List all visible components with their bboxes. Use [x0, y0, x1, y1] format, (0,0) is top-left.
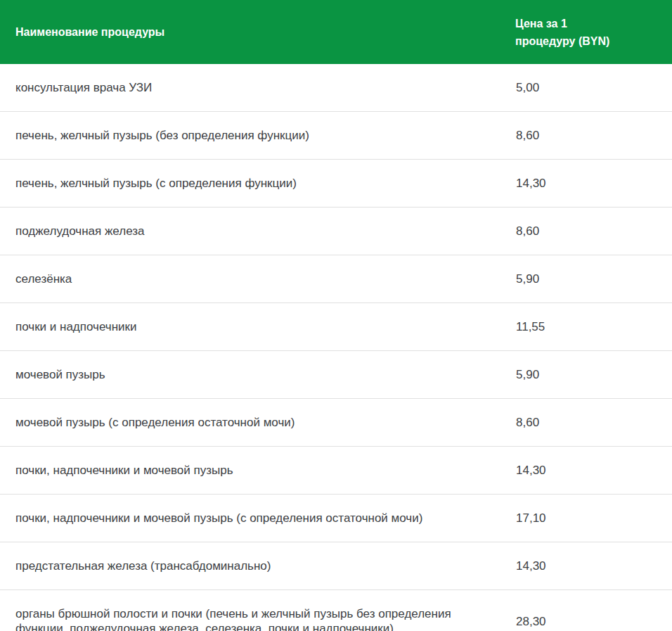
column-header-procedure-name: Наименование процедуры [0, 0, 515, 64]
procedure-name-cell: мочевой пузырь [0, 351, 515, 399]
table-header: Наименование процедуры Цена за 1 процеду… [0, 0, 672, 64]
procedure-name-cell: поджелудочная железа [0, 208, 515, 255]
table-row: мочевой пузырь (с определения остаточной… [0, 399, 672, 447]
procedure-name-cell: печень, желчный пузырь (без определения … [0, 112, 515, 160]
table-row: селезёнка5,90 [0, 255, 672, 303]
price-cell: 8,60 [515, 399, 672, 447]
price-cell: 5,90 [515, 351, 672, 399]
table-body: консультация врача УЗИ5,00печень, желчны… [0, 64, 672, 631]
procedure-name-cell: органы брюшной полости и почки (печень и… [0, 590, 515, 631]
table-row: консультация врача УЗИ5,00 [0, 64, 672, 112]
procedure-name-cell: печень, желчный пузырь (с определения фу… [0, 160, 515, 208]
column-header-price: Цена за 1 процедуру (BYN) [515, 0, 672, 64]
table-row: почки, надпочечники и мочевой пузырь (с … [0, 495, 672, 542]
procedure-name-cell: почки и надпочечники [0, 303, 515, 351]
procedure-name-cell: почки, надпочечники и мочевой пузырь (с … [0, 495, 515, 542]
table-row: печень, желчный пузырь (с определения фу… [0, 160, 672, 208]
procedure-name-cell: консультация врача УЗИ [0, 64, 515, 112]
table-row: предстательная железа (трансабдоминально… [0, 542, 672, 590]
price-cell: 28,30 [515, 590, 672, 631]
table-row: органы брюшной полости и почки (печень и… [0, 590, 672, 631]
table-row: мочевой пузырь5,90 [0, 351, 672, 399]
price-cell: 11,55 [515, 303, 672, 351]
table-header-row: Наименование процедуры Цена за 1 процеду… [0, 0, 672, 64]
table-row: почки и надпочечники11,55 [0, 303, 672, 351]
price-cell: 14,30 [515, 447, 672, 495]
procedure-name-cell: почки, надпочечники и мочевой пузырь [0, 447, 515, 495]
price-table: Наименование процедуры Цена за 1 процеду… [0, 0, 672, 631]
price-cell: 8,60 [515, 208, 672, 255]
price-cell: 8,60 [515, 112, 672, 160]
price-cell: 5,90 [515, 255, 672, 303]
table-row: поджелудочная железа8,60 [0, 208, 672, 255]
price-cell: 17,10 [515, 495, 672, 542]
price-cell: 14,30 [515, 542, 672, 590]
price-cell: 14,30 [515, 160, 672, 208]
procedure-name-cell: селезёнка [0, 255, 515, 303]
price-cell: 5,00 [515, 64, 672, 112]
procedure-name-cell: предстательная железа (трансабдоминально… [0, 542, 515, 590]
table-row: печень, желчный пузырь (без определения … [0, 112, 672, 160]
procedure-name-cell: мочевой пузырь (с определения остаточной… [0, 399, 515, 447]
table-row: почки, надпочечники и мочевой пузырь14,3… [0, 447, 672, 495]
